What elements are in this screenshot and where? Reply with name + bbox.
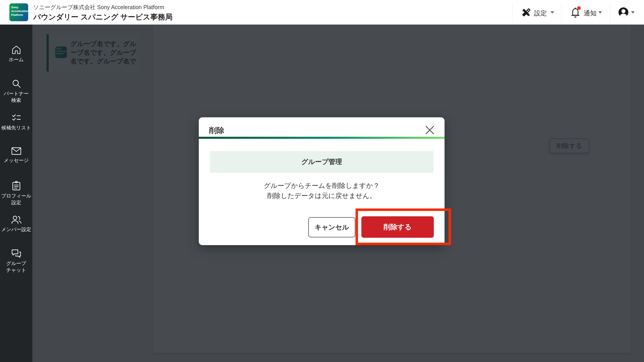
account-avatar-icon[interactable] [618, 7, 629, 18]
notification-bell-icon[interactable] [570, 6, 582, 19]
sidebar-item-label: メッセージ [0, 157, 32, 164]
sony-acceleration-platform-logo[interactable]: Sony Acceleration Platform [10, 3, 28, 21]
modal-title: 削除 [209, 125, 224, 136]
cancel-button[interactable]: キャンセル [308, 217, 355, 237]
mail-icon [11, 146, 22, 156]
sidebar-item-label: ホーム [0, 56, 32, 63]
settings-dropdown-icon[interactable] [550, 11, 554, 14]
app-root: Sony Acceleration Platform ソニーグループ株式会社 S… [0, 0, 644, 362]
chat-bubbles-icon [11, 249, 22, 259]
sidebar-item-messages[interactable]: メッセージ [0, 146, 32, 164]
sidebar-item-label: パートナー 検索 [0, 90, 32, 104]
close-icon[interactable] [425, 125, 435, 135]
header-divider [512, 3, 512, 23]
delete-confirmation-modal: 削除 グループ管理 グループからチームを削除しますか？ 削除したデータは元に戻せ… [199, 117, 444, 245]
sidebar-item-label: メンバー設定 [0, 226, 32, 233]
home-icon [11, 45, 22, 55]
notifications-label[interactable]: 通知 [584, 9, 596, 18]
checklist-icon [11, 113, 22, 123]
workspace-title[interactable]: バウンダリー スパニング サービス事務局 [33, 12, 172, 22]
sidebar-item-member-settings[interactable]: メンバー設定 [0, 215, 32, 233]
header-divider [610, 3, 610, 23]
notifications-dropdown-icon[interactable] [598, 11, 602, 14]
sidebar-item-candidate-list[interactable]: 候補先リスト [0, 113, 32, 131]
header-divider [561, 3, 561, 23]
search-icon [11, 79, 22, 89]
workspace-dropdown-icon[interactable] [154, 16, 158, 19]
account-dropdown-icon[interactable] [631, 11, 634, 14]
modal-message: グループからチームを削除しますか？ 削除したデータは元に戻せません。 [199, 181, 444, 201]
sidebar-item-partner-search[interactable]: パートナー 検索 [0, 79, 32, 104]
delete-target-name: グループ管理 [210, 151, 433, 173]
delete-confirm-button[interactable]: 削除する [361, 216, 434, 238]
members-icon [11, 215, 22, 225]
sidebar-item-label: グループ チャット [0, 260, 32, 274]
sidebar-item-label: プロフィール 設定 [0, 193, 32, 206]
settings-tools-icon[interactable] [521, 7, 531, 18]
sidebar-item-group-chat[interactable]: グループ チャット [0, 249, 32, 274]
sidebar-nav: ホーム パートナー 検索 候補先リスト メッセージ [0, 24, 32, 362]
notification-badge-dot [577, 6, 581, 10]
sidebar-item-label: 候補先リスト [0, 124, 32, 131]
sidebar-item-profile-settings[interactable]: プロフィール 設定 [0, 181, 32, 206]
settings-label[interactable]: 設定 [534, 9, 547, 18]
modal-gradient-bar [199, 137, 444, 139]
sidebar-item-home[interactable]: ホーム [0, 45, 32, 63]
profile-card-icon [11, 181, 22, 191]
company-name: ソニーグループ株式会社 Sony Acceleration Platform [33, 3, 164, 11]
top-header: Sony Acceleration Platform ソニーグループ株式会社 S… [0, 0, 644, 24]
